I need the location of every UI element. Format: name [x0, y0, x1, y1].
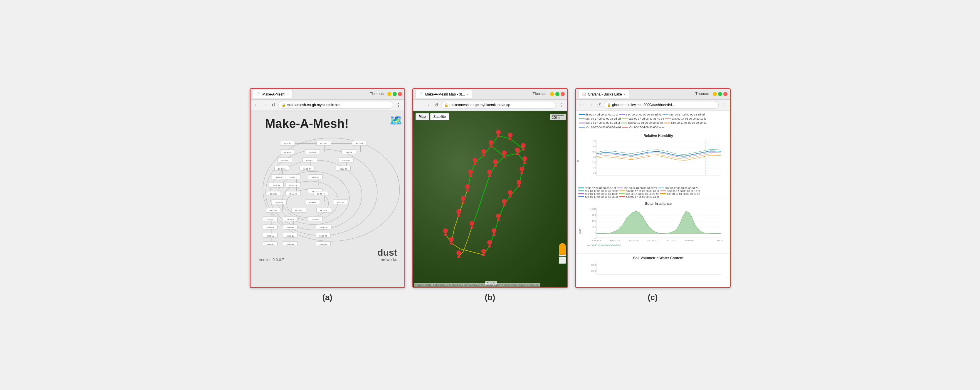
caption-c: (c): [575, 293, 731, 302]
win-minimize-a[interactable]: [387, 92, 391, 96]
map-btn-map[interactable]: Map: [415, 113, 429, 120]
win-close-a[interactable]: [398, 92, 402, 96]
svg-point-176: [496, 214, 501, 218]
legend-item-4: s3x: 00-17-0d-00-00-38-40-e4: [622, 117, 664, 121]
back-btn-a[interactable]: ←: [253, 102, 260, 108]
legend-label-0: rh: 00-17-0d-00-00-60-1e-af: [585, 113, 619, 117]
caption-a: (a): [250, 293, 405, 302]
svg-point-166: [522, 157, 527, 161]
win-maximize-a[interactable]: [393, 92, 397, 96]
svg-text:60-4a-f1: 60-4a-f1: [309, 201, 316, 203]
svg-point-198: [449, 237, 454, 242]
win-minimize-c[interactable]: [713, 92, 717, 96]
svg-text:500: 500: [592, 219, 596, 222]
legend-1: rh: 00-17-0d-00-00-60-1e-af s3x: 00-17-0…: [576, 111, 731, 132]
address-bar-c[interactable]: 🔒 glaser.berkeley.edu:3000/dashboard/d..…: [604, 101, 719, 109]
solar-legend: — 00-17-0d-00-00-38-3d-7d: [588, 243, 729, 248]
legend2-color-8: [660, 193, 666, 194]
legend-color-4: [622, 118, 628, 119]
titlebar-b: 📄 Make-A-Mesh! Map - 3t... × Thomas: [413, 89, 567, 100]
svg-point-188: [468, 169, 473, 174]
legend2-color-2: [658, 187, 664, 189]
win-maximize-b[interactable]: [555, 92, 560, 96]
browser-window-b: 📄 Make-A-Mesh! Map - 3t... × Thomas ← → …: [412, 88, 568, 288]
chart-rh-title: Relative Humidity: [588, 133, 729, 139]
more-btn-c[interactable]: ⋮: [721, 102, 727, 109]
svg-text:55-12-ca: 55-12-ca: [266, 235, 274, 237]
legend2-color-10: [619, 196, 625, 197]
more-btn-a[interactable]: ⋮: [395, 102, 402, 109]
win-minimize-b[interactable]: [550, 92, 554, 96]
win-close-c[interactable]: [723, 92, 727, 96]
more-btn-b[interactable]: ⋮: [558, 102, 565, 109]
tab-close-c[interactable]: ×: [624, 93, 625, 96]
svg-text:60-d1-a: 60-d1-a: [346, 151, 352, 153]
legend-color-5: [665, 118, 671, 119]
forward-btn-c[interactable]: →: [587, 102, 594, 108]
svg-text:20-40-44: 20-40-44: [317, 193, 325, 195]
zoom-out-btn[interactable]: −: [559, 257, 566, 264]
legend2-label-9: s3x: 00-17-0d-00-00-60-2a-4d: [585, 195, 618, 198]
svg-text:9/1 16:00: 9/1 16:00: [717, 240, 723, 241]
address-bar-a[interactable]: 🔒 makeamesh.eu-gb.mybluemix.net: [278, 101, 393, 109]
forward-btn-b[interactable]: →: [424, 102, 431, 108]
legend-label-2: s3x: 00-17-0d-00-00-38-3d-7d: [669, 113, 705, 117]
svg-point-156: [502, 150, 507, 155]
tab-close-a[interactable]: ×: [287, 93, 289, 96]
svg-text:55-d0-19: 55-d0-19: [289, 184, 297, 186]
svg-text:9/1 00:00: 9/1 00:00: [667, 240, 675, 241]
svg-line-148: [454, 215, 459, 229]
svg-text:8/31 00:00: 8/31 00:00: [610, 240, 620, 241]
reload-btn-b[interactable]: ↺: [433, 102, 439, 109]
svg-text:55-cb-5a: 55-cb-5a: [281, 159, 288, 161]
forward-btn-a[interactable]: →: [262, 102, 269, 108]
back-btn-c[interactable]: ←: [578, 102, 585, 108]
reload-btn-a[interactable]: ↺: [270, 102, 277, 109]
legend2-item-2: s3x: 00-17-0d-00-00-38-3d-7d: [658, 187, 698, 190]
svg-point-172: [508, 190, 512, 195]
chart-soil: Soil Volumetric Water Content 0.30 0.25: [576, 254, 731, 287]
svg-text:20-3d-7a: 20-3d-7a: [278, 168, 285, 169]
chart-rh: Relative Humidity % 70 60 50 40 30 20 10: [576, 131, 731, 186]
legend2-label-0: rh: 00-17-0d-00-00-60-1e-af: [585, 187, 616, 190]
svg-line-138: [485, 176, 490, 189]
svg-point-164: [521, 143, 526, 148]
legend2-item-10: s3x: 00-17-0d-00-00-60-2a-ce: [619, 195, 659, 198]
chart-soil-title: Soil Volumetric Water Content: [588, 255, 729, 261]
back-btn-b[interactable]: ←: [415, 102, 423, 108]
user-label-c: Thomas: [695, 91, 709, 96]
rh-chart-svg: 70 60 50 40 30 20 10 8/30 16:00: [588, 139, 723, 177]
svg-text:55-11-35: 55-11-35: [320, 209, 328, 212]
titlebar-a: 📄 Make-A-Mesh! × Thomas: [250, 89, 404, 100]
svg-text:60-1c-07: 60-1c-07: [320, 142, 328, 145]
legend-label-4: s3x: 00-17-0d-00-00-38-40-e4: [629, 117, 664, 121]
svg-text:55-cb-16: 55-cb-16: [286, 243, 294, 245]
tab-b[interactable]: 📄 Make-A-Mesh! Map - 3t... ×: [415, 90, 473, 98]
legend2-label-6: s3x: 00-17-0d-00-00-60-1d-0f: [585, 192, 617, 195]
svg-text:60: 60: [593, 145, 596, 148]
legend-label-9: s3x: 00-17-0d-00-00-60-2a-4d: [585, 125, 621, 129]
reload-btn-c[interactable]: ↺: [596, 102, 602, 109]
legend2-label-2: s3x: 00-17-0d-00-00-38-3d-7d: [665, 187, 698, 190]
svg-text:20-3d-71: 20-3d-71: [272, 184, 280, 186]
tab-c[interactable]: 📊 Grafana - Bucks Lake ×: [578, 90, 630, 98]
svg-point-192: [461, 196, 466, 201]
svg-point-158: [515, 147, 520, 152]
map-btn-satellite[interactable]: Satellite: [430, 113, 449, 120]
tab-close-b[interactable]: ×: [467, 93, 468, 96]
svg-text:9/1 08:00: 9/1 08:00: [685, 240, 694, 241]
svg-text:60-20-37: 60-20-37: [303, 168, 311, 169]
legend-label-10: s3x: 00-17-0d-00-00-60-2a-ce: [629, 125, 664, 129]
win-close-b[interactable]: [561, 92, 565, 96]
pegman[interactable]: [559, 243, 566, 255]
tab-a[interactable]: 📄 Make-A-Mesh! ×: [253, 90, 293, 98]
map-icon: 🗺️: [390, 114, 402, 127]
main-container: 📄 Make-A-Mesh! × Thomas ← → ↺ 🔒 makeames…: [12, 88, 968, 288]
legend2-color-7: [619, 193, 625, 194]
address-bar-b[interactable]: 🔒 makeamesh.eu-gb.mybluemix.net/map: [441, 101, 556, 109]
url-b: makeamesh.eu-gb.mybluemix.net/map: [450, 103, 511, 107]
svg-point-162: [508, 133, 512, 137]
url-a: makeamesh.eu-gb.mybluemix.net: [287, 103, 340, 107]
win-maximize-c[interactable]: [718, 92, 722, 96]
svg-text:750: 750: [592, 214, 596, 216]
